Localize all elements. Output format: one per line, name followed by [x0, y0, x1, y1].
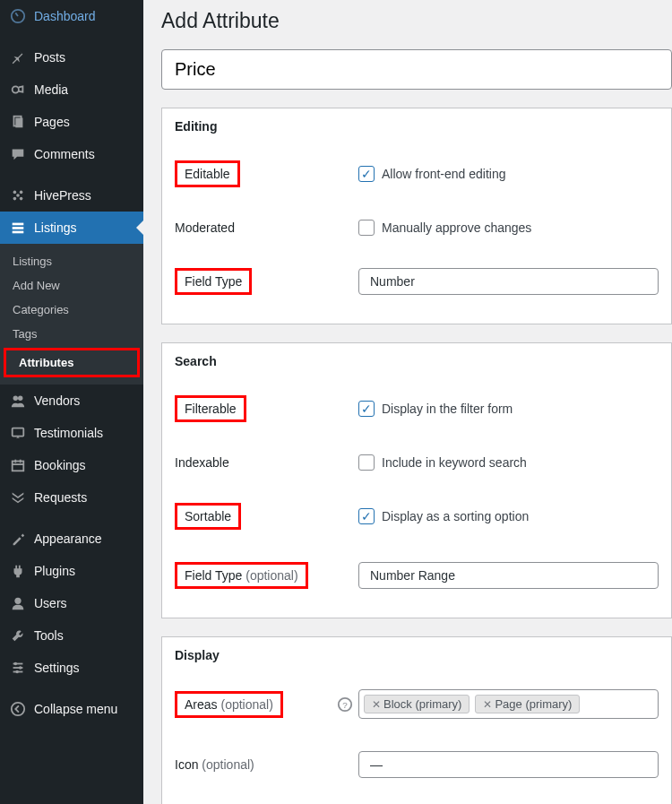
- vendors-icon: [9, 392, 27, 410]
- editable-label: Editable: [175, 160, 240, 187]
- svg-rect-14: [13, 428, 24, 437]
- sidebar-collapse[interactable]: Collapse menu: [0, 693, 143, 725]
- sidebar-testimonials[interactable]: Testimonials: [0, 417, 143, 449]
- edit-fieldtype-label: Field Type: [175, 268, 252, 295]
- filterable-row: Filterable ✓ Display in the filter form: [175, 379, 659, 438]
- search-fieldtype-select[interactable]: Number Range: [358, 562, 659, 589]
- sidebar-requests[interactable]: Requests: [0, 481, 143, 514]
- pages-icon: [9, 113, 27, 131]
- editable-row: Editable ✓ Allow front-end editing: [175, 144, 659, 203]
- filterable-label: Filterable: [175, 395, 246, 422]
- page-title: Add Attribute: [161, 9, 672, 33]
- indexable-checkbox-label[interactable]: Include in keyword search: [382, 455, 527, 470]
- pin-icon: [9, 48, 27, 66]
- collapse-icon: [9, 700, 27, 718]
- moderated-row: Moderated Manually approve changes: [175, 203, 659, 252]
- svg-rect-11: [13, 231, 24, 234]
- area-tag[interactable]: ✕Block (primary): [364, 695, 470, 713]
- sidebar-pages[interactable]: Pages: [0, 106, 143, 138]
- moderated-checkbox[interactable]: [358, 220, 375, 236]
- admin-sidebar: Dashboard Posts Media Pages Comments Hiv…: [0, 0, 143, 804]
- users-icon: [9, 594, 27, 612]
- svg-point-25: [15, 670, 19, 674]
- search-fieldtype-label: Field Type (optional): [175, 562, 308, 589]
- svg-point-6: [13, 197, 17, 201]
- submenu-listings[interactable]: Listings: [0, 249, 143, 273]
- sidebar-dashboard[interactable]: Dashboard: [0, 0, 143, 32]
- submenu-categories[interactable]: Categories: [0, 298, 143, 322]
- moderated-label: Moderated: [175, 220, 235, 235]
- comments-icon: [9, 145, 27, 163]
- search-fieldtype-row: Field Type (optional) Number Range: [175, 546, 659, 605]
- search-header: Search: [162, 343, 671, 379]
- svg-rect-3: [15, 118, 22, 128]
- svg-point-23: [19, 666, 22, 670]
- editing-header: Editing: [162, 108, 671, 144]
- svg-point-12: [13, 396, 18, 401]
- sidebar-appearance[interactable]: Appearance: [0, 523, 143, 555]
- sidebar-comments[interactable]: Comments: [0, 138, 143, 170]
- testimonials-icon: [9, 424, 27, 442]
- sidebar-settings[interactable]: Settings: [0, 652, 143, 684]
- remove-tag-icon[interactable]: ✕: [372, 698, 381, 711]
- sidebar-tools[interactable]: Tools: [0, 619, 143, 652]
- media-icon: [9, 81, 27, 99]
- sortable-checkbox-label[interactable]: Display as a sorting option: [382, 509, 529, 523]
- svg-point-8: [16, 194, 20, 197]
- svg-point-4: [13, 191, 17, 195]
- appearance-icon: [9, 530, 27, 548]
- plugins-icon: [9, 562, 27, 580]
- sidebar-listings[interactable]: Listings: [0, 212, 143, 244]
- areas-label: Areas (optional): [175, 691, 283, 718]
- sidebar-plugins[interactable]: Plugins: [0, 555, 143, 587]
- sidebar-bookings[interactable]: Bookings: [0, 449, 143, 481]
- display-section: Display Areas (optional) ? ✕Block (prima…: [161, 636, 672, 804]
- svg-text:?: ?: [342, 699, 348, 709]
- filterable-checkbox[interactable]: ✓: [358, 401, 375, 417]
- svg-point-1: [13, 86, 19, 92]
- filterable-checkbox-label[interactable]: Display in the filter form: [382, 402, 513, 416]
- submenu-tags[interactable]: Tags: [0, 322, 143, 346]
- sidebar-users[interactable]: Users: [0, 587, 143, 619]
- hivepress-icon: [9, 186, 27, 204]
- svg-rect-9: [13, 223, 24, 226]
- edit-fieldtype-row: Field Type Number: [175, 252, 659, 311]
- tools-icon: [9, 627, 27, 644]
- requests-icon: [9, 488, 27, 506]
- help-icon[interactable]: ?: [337, 696, 353, 713]
- sortable-label: Sortable: [175, 503, 241, 530]
- icon-label: Icon (optional): [175, 757, 254, 772]
- sortable-checkbox[interactable]: ✓: [358, 508, 375, 524]
- sortable-row: Sortable ✓ Display as a sorting option: [175, 487, 659, 546]
- icon-row: Icon (optional) —: [175, 735, 659, 794]
- main-content: Add Attribute Editing Editable ✓ Allow f…: [143, 0, 672, 804]
- indexable-label: Indexable: [175, 455, 229, 470]
- search-section: Search Filterable ✓ Display in the filte…: [161, 342, 672, 618]
- svg-point-19: [14, 598, 21, 604]
- areas-row: Areas (optional) ? ✕Block (primary) ✕Pag…: [175, 673, 659, 735]
- sidebar-media[interactable]: Media: [0, 73, 143, 106]
- area-tag[interactable]: ✕Page (primary): [475, 695, 580, 713]
- indexable-checkbox[interactable]: [358, 454, 375, 471]
- svg-point-7: [20, 197, 23, 201]
- attribute-name-input[interactable]: [161, 49, 672, 90]
- edit-fieldtype-select[interactable]: Number: [358, 268, 659, 295]
- sidebar-posts[interactable]: Posts: [0, 41, 143, 73]
- svg-point-13: [18, 396, 22, 401]
- editing-section: Editing Editable ✓ Allow front-end editi…: [161, 108, 672, 324]
- sidebar-hivepress[interactable]: HivePress: [0, 179, 143, 212]
- icon-select[interactable]: —: [358, 751, 659, 778]
- sidebar-vendors[interactable]: Vendors: [0, 385, 143, 417]
- submenu-attributes[interactable]: Attributes: [4, 348, 140, 377]
- display-header: Display: [162, 637, 671, 673]
- editable-checkbox-label[interactable]: Allow front-end editing: [382, 167, 506, 181]
- format-row: Format (optional) ?: [175, 794, 659, 804]
- moderated-checkbox-label[interactable]: Manually approve changes: [382, 220, 531, 235]
- indexable-row: Indexable Include in keyword search: [175, 438, 659, 487]
- remove-tag-icon[interactable]: ✕: [483, 698, 492, 711]
- submenu-add-new[interactable]: Add New: [0, 273, 143, 298]
- areas-tags-input[interactable]: ✕Block (primary) ✕Page (primary): [358, 689, 659, 719]
- listings-icon: [9, 219, 27, 237]
- settings-icon: [9, 659, 27, 677]
- editable-checkbox[interactable]: ✓: [358, 166, 375, 182]
